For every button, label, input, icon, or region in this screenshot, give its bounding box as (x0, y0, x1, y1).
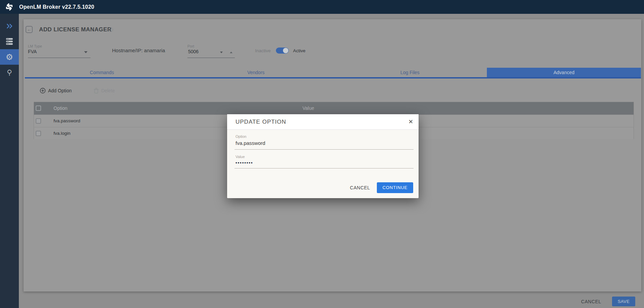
delete-button[interactable]: Delete (94, 88, 115, 94)
hostname-text: Hostname/IP: anamaria (112, 48, 165, 53)
gear-icon: ⚙ (6, 53, 13, 61)
sidebar-item-expand[interactable] (0, 18, 19, 34)
port-label: Port (187, 44, 194, 48)
column-header-option: Option (53, 102, 67, 115)
lm-type-underline (28, 58, 91, 58)
value-field-underline (235, 168, 414, 168)
cancel-button[interactable]: CANCEL (576, 297, 606, 306)
port-underline (187, 58, 235, 58)
openlm-logo-icon (5, 2, 14, 11)
back-button[interactable]: ← (26, 26, 33, 33)
tab-vendors[interactable]: Vendors (179, 68, 333, 77)
option-cell: fva.password (53, 115, 80, 127)
servers-icon (6, 38, 13, 45)
sidebar-item-tools[interactable]: ⚲ (0, 65, 19, 80)
trash-icon (94, 88, 99, 94)
tab-bar: Commands Vendors Log Files Advanced (25, 68, 641, 79)
sidebar: ⚙ ⚲ (0, 14, 19, 308)
row-checkbox[interactable] (36, 131, 41, 136)
dialog-header: UPDATE OPTION ✕ (227, 114, 419, 130)
lm-type-select[interactable]: FVA (28, 49, 37, 54)
inactive-label: Inactive (255, 48, 271, 53)
port-decrement-icon[interactable] (220, 52, 223, 53)
table-header: Option Value (34, 102, 634, 115)
option-field-input[interactable]: fva.password (236, 140, 265, 146)
sidebar-item-settings[interactable]: ⚙ (0, 49, 19, 65)
add-option-button[interactable]: Add Option (40, 88, 72, 94)
lm-type-caret-icon[interactable] (84, 51, 87, 53)
toggle-knob (283, 48, 288, 53)
option-field-underline (235, 149, 414, 150)
hostname-value: anamaria (144, 48, 165, 53)
column-header-value: Value (302, 102, 314, 115)
add-option-label: Add Option (48, 88, 72, 93)
active-label: Active (293, 48, 306, 53)
close-icon[interactable]: ✕ (408, 114, 413, 130)
port-input[interactable]: 5006 (188, 49, 199, 54)
option-cell: fva.login (53, 127, 70, 140)
tools-icon: ⚲ (7, 69, 12, 76)
tab-commands[interactable]: Commands (25, 68, 179, 77)
page-title: ADD LICENSE MANAGER (39, 26, 111, 33)
save-button[interactable]: SAVE (612, 297, 635, 306)
info-icon[interactable]: i (108, 27, 113, 32)
port-increment-icon[interactable] (230, 52, 232, 53)
delete-label: Delete (101, 88, 115, 93)
row-checkbox[interactable] (36, 118, 41, 124)
select-all-checkbox[interactable] (36, 105, 41, 111)
app-title: OpenLM Broker v22.7.5.1020 (19, 0, 94, 14)
value-field-label: Value (236, 155, 245, 159)
sidebar-item-license-servers[interactable] (0, 34, 19, 49)
value-field-input[interactable]: •••••••• (236, 160, 253, 165)
double-chevron-right-icon (6, 24, 13, 29)
tab-log-files[interactable]: Log Files (333, 68, 487, 77)
dialog-cancel-button[interactable]: CANCEL (348, 183, 372, 192)
hostname-label: Hostname/IP: (112, 48, 143, 53)
app-window: OpenLM Broker v22.7.5.1020 (0, 0, 644, 308)
circle-plus-icon (40, 88, 46, 94)
top-bar: OpenLM Broker v22.7.5.1020 (0, 0, 644, 14)
option-field-label: Option (236, 134, 246, 138)
active-toggle[interactable] (276, 48, 289, 54)
lm-type-label: LM Type (28, 44, 42, 48)
tab-advanced[interactable]: Advanced (487, 68, 641, 77)
dialog-continue-button[interactable]: CONTINUE (377, 182, 413, 193)
update-option-dialog: UPDATE OPTION ✕ Option fva.password Valu… (227, 114, 419, 198)
dialog-title: UPDATE OPTION (236, 114, 286, 130)
